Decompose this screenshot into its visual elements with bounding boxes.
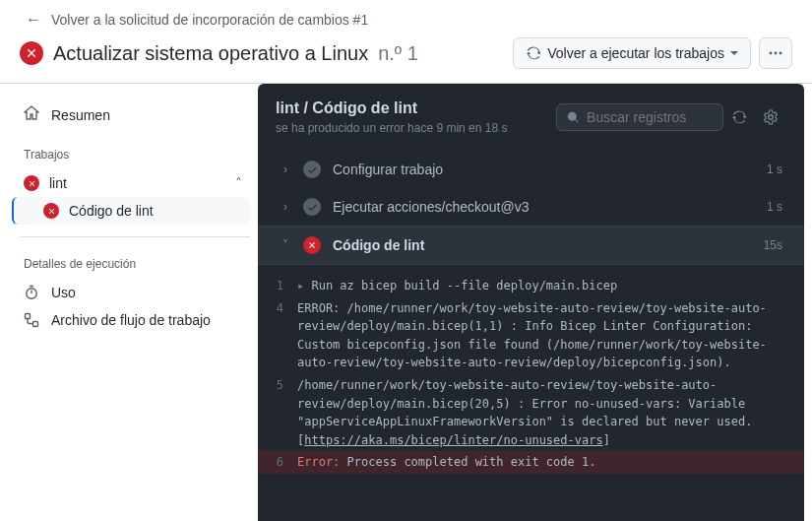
svg-point-0 xyxy=(770,52,773,55)
line-content: ▸ Run az bicep build --file deploy/main.… xyxy=(297,277,786,295)
run-number: n.º 1 xyxy=(378,42,418,65)
line-number: 5 xyxy=(258,376,297,449)
step-name: Código de lint xyxy=(333,237,752,253)
log-title: lint / Código de lint xyxy=(276,99,556,117)
log-line: 6Error: Process completed with exit code… xyxy=(258,451,804,474)
log-line: 4ERROR: /home/runner/work/toy-website-au… xyxy=(258,297,804,374)
workflow-icon xyxy=(24,312,39,328)
step-name: Configurar trabajo xyxy=(333,162,755,177)
line-content: /home/runner/work/toy-website-auto-revie… xyxy=(297,376,786,449)
workflow-file-label: Archivo de flujo de trabajo xyxy=(51,312,211,328)
status-failed-icon xyxy=(24,175,39,191)
log-header: lint / Código de lint se ha producido un… xyxy=(258,84,804,147)
title-actions: Volver a ejecutar los trabajos xyxy=(513,37,792,69)
usage-label: Uso xyxy=(51,285,76,300)
log-subtitle: se ha producido un error hace 9 min en 1… xyxy=(276,121,556,135)
check-icon xyxy=(303,161,321,178)
line-number: 4 xyxy=(258,299,297,372)
svg-point-1 xyxy=(775,52,778,55)
log-line: 5/home/runner/work/toy-website-auto-revi… xyxy=(258,374,804,451)
divider xyxy=(20,236,250,237)
log-line: 1▸ Run az bicep build --file deploy/main… xyxy=(258,275,804,297)
chevron-up-icon[interactable]: ˄ xyxy=(235,175,242,191)
status-failed-icon xyxy=(43,203,59,219)
check-icon xyxy=(303,198,321,216)
line-number: 6 xyxy=(258,453,297,472)
job-name: lint xyxy=(49,175,67,191)
details-section-label: Detalles de ejecución xyxy=(20,249,250,279)
sidebar: Resumen Trabajos lint ˄ Código de lint D… xyxy=(0,84,258,521)
gear-icon xyxy=(763,109,779,125)
search-input[interactable] xyxy=(587,109,713,125)
home-icon xyxy=(24,105,39,124)
log-pane: lint / Código de lint se ha producido un… xyxy=(258,84,804,521)
search-icon xyxy=(567,110,579,124)
kebab-icon xyxy=(768,45,783,61)
step-duration: 15s xyxy=(764,238,782,252)
log-settings-button[interactable] xyxy=(755,101,786,133)
step-name: Ejecutar acciones/checkout@v3 xyxy=(333,199,755,215)
title-bar: Actualizar sistema operativo a Linux n.º… xyxy=(20,37,792,69)
back-link[interactable]: ← Volver a la solicitud de incorporación… xyxy=(20,8,792,37)
title-left: Actualizar sistema operativo a Linux n.º… xyxy=(20,41,418,65)
rerun-jobs-button[interactable]: Volver a ejecutar los trabajos xyxy=(513,37,751,69)
sync-icon xyxy=(526,45,541,61)
job-lint[interactable]: lint ˄ xyxy=(20,169,250,197)
refresh-logs-button[interactable] xyxy=(723,101,755,133)
line-content: ERROR: /home/runner/work/toy-website-aut… xyxy=(297,299,786,372)
summary-link[interactable]: Resumen xyxy=(20,99,250,140)
search-logs[interactable] xyxy=(556,103,723,131)
back-link-text: Volver a la solicitud de incorporación d… xyxy=(51,12,368,28)
status-failed-icon xyxy=(20,41,43,65)
workflow-file-link[interactable]: Archivo de flujo de trabajo xyxy=(20,306,250,334)
svg-point-2 xyxy=(780,52,782,55)
svg-rect-4 xyxy=(26,314,31,319)
jobs-section-label: Trabajos xyxy=(20,140,250,169)
chevron-icon: › xyxy=(280,200,291,214)
log-step-row[interactable]: ›Ejecutar acciones/checkout@v31 s xyxy=(258,188,804,226)
chevron-icon: › xyxy=(280,163,291,176)
page-title: Actualizar sistema operativo a Linux xyxy=(53,42,368,65)
stopwatch-icon xyxy=(24,285,39,300)
chevron-icon: ˅ xyxy=(280,238,291,252)
line-number: 1 xyxy=(258,277,297,295)
log-step-row[interactable]: ˅Código de lint15s xyxy=(258,226,804,265)
rerun-label: Volver a ejecutar los trabajos xyxy=(547,45,724,61)
summary-label: Resumen xyxy=(51,107,110,123)
sync-icon xyxy=(731,109,747,125)
kebab-menu-button[interactable] xyxy=(759,37,792,69)
status-failed-icon xyxy=(303,236,321,254)
step-label: Código de lint xyxy=(69,203,154,219)
job-step-lint-code[interactable]: Código de lint xyxy=(12,197,250,225)
caret-down-icon xyxy=(730,51,738,55)
usage-link[interactable]: Uso xyxy=(20,279,250,306)
step-duration: 1 s xyxy=(767,200,782,214)
log-output: 1▸ Run az bicep build --file deploy/main… xyxy=(258,269,804,484)
step-duration: 1 s xyxy=(767,163,782,176)
log-steps: ›Configurar trabajo1 s›Ejecutar acciones… xyxy=(258,147,804,269)
arrow-left-icon: ← xyxy=(26,12,41,28)
line-content: Error: Process completed with exit code … xyxy=(297,453,786,472)
log-step-row[interactable]: ›Configurar trabajo1 s xyxy=(258,151,804,188)
svg-rect-5 xyxy=(33,322,38,327)
